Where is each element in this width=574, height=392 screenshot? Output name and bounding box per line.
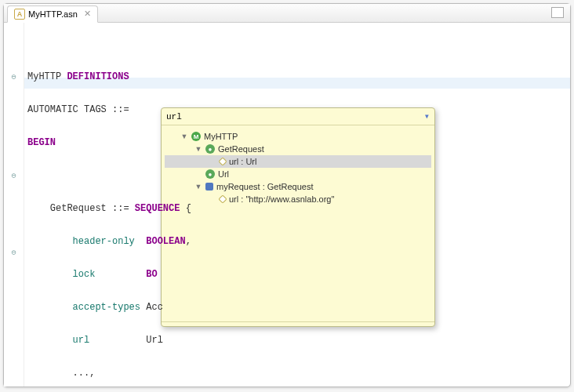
- field-icon: [218, 194, 227, 203]
- close-icon[interactable]: ✕: [84, 9, 91, 19]
- restore-view-icon[interactable]: [551, 7, 564, 18]
- editor-window: A MyHTTP.asn ✕ ⊖ ⊖ ⊖ MyHTTP DEFINITIONS …: [3, 3, 571, 387]
- disclosure-icon[interactable]: ▼: [194, 183, 202, 191]
- fold-icon[interactable]: ⊖: [4, 170, 24, 181]
- fold-icon[interactable]: ⊖: [4, 247, 24, 258]
- outline-tree: ▼ M MyHTTP ▼ ● GetRequest url : Url ●: [162, 125, 434, 321]
- gutter: ⊖ ⊖ ⊖: [4, 23, 24, 387]
- tree-label: url : Url: [229, 157, 256, 166]
- editor-tab[interactable]: A MyHTTP.asn ✕: [7, 5, 98, 23]
- editor-body: ⊖ ⊖ ⊖ MyHTTP DEFINITIONS AUTOMATIC TAGS …: [4, 23, 570, 387]
- value-icon: [205, 183, 213, 191]
- tree-item-field-selected[interactable]: url : Url: [165, 155, 431, 168]
- file-icon: A: [14, 9, 25, 20]
- code-area[interactable]: MyHTTP DEFINITIONS AUTOMATIC TAGS ::= BE…: [24, 23, 570, 387]
- tab-filename: MyHTTP.asn: [28, 9, 78, 19]
- tree-item-value[interactable]: ▼ myRequest : GetRequest: [165, 180, 431, 193]
- popup-resize-handle[interactable]: [162, 321, 434, 326]
- tree-label: myRequest : GetRequest: [216, 182, 314, 191]
- fold-icon[interactable]: ⊖: [4, 71, 24, 82]
- tab-bar: A MyHTTP.asn ✕: [4, 4, 570, 23]
- field-icon: [218, 157, 227, 165]
